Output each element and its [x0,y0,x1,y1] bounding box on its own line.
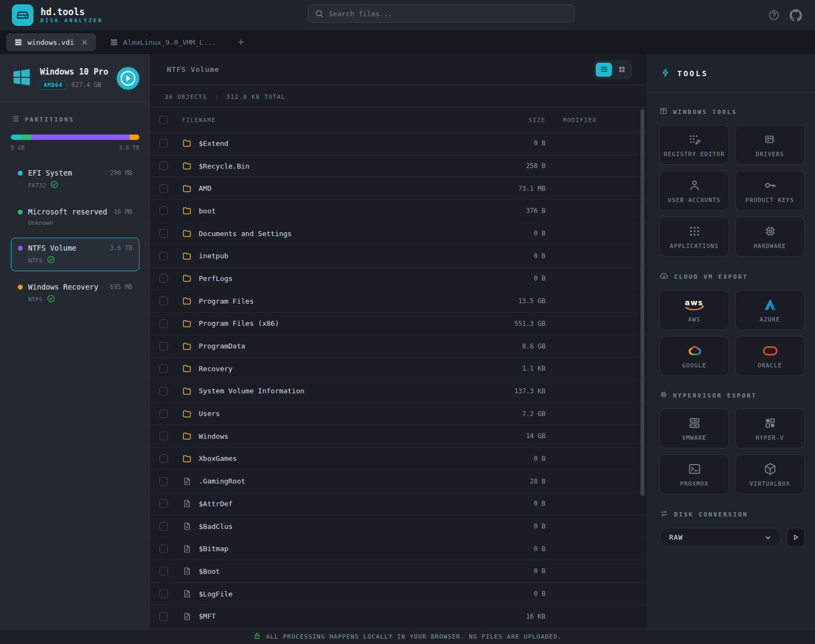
row-checkbox[interactable] [159,162,168,170]
tool-button-applications[interactable]: APPLICATIONS [659,217,729,257]
grid-view-button[interactable] [614,63,630,77]
file-name: System Volume Information [199,387,483,395]
column-filename: FILENAME [182,117,483,123]
help-icon[interactable] [768,9,780,21]
file-row-program-files-x86[interactable]: Program Files (x86) 551.3 GB [151,313,646,336]
tool-button-product-keys[interactable]: PRODUCT KEYS [735,171,805,211]
privacy-footer: ALL PROCESSING HAPPENS LOCALLY IN YOUR B… [0,629,815,644]
row-checkbox[interactable] [159,612,168,621]
partition-item-windows-recovery[interactable]: Windows Recovery 695 MB NTFS [11,277,139,310]
partitions-header: PARTITIONS [11,115,139,125]
file-row-bitmap[interactable]: $Bitmap 0 B [151,538,646,560]
file-row-gamingroot[interactable]: .GamingRoot 28 B [151,470,646,493]
volume-title: NTFS Volume [167,65,219,73]
file-size: 7.2 GB [483,410,545,418]
tab-almalinux-9-0-vmm-l[interactable]: AlmaLinux_9.0_VMM_L... [102,33,224,51]
partition-item-efi-system[interactable]: EFI System 200 MB FAT32 [11,163,139,196]
file-name: $AttrDef [199,500,483,508]
tool-button-hyper-v[interactable]: HYPER-V [735,408,805,448]
file-row-amd[interactable]: AMD 73.1 MB [151,177,646,200]
row-checkbox[interactable] [159,410,168,418]
tool-button-label: GOOGLE [682,362,706,368]
tool-button-virtualbox[interactable]: VIRTUALBOX [735,454,805,494]
file-row-logfile[interactable]: $LogFile 0 B [151,583,646,606]
partition-item-microsoft-reserved[interactable]: Microsoft reserved 16 MB Unknown [11,202,139,232]
file-row-attrdef[interactable]: $AttrDef 0 B [151,493,646,515]
tool-button-hardware[interactable]: HARDWARE [735,217,805,257]
chipsm-icon [659,391,668,400]
boot-vm-button[interactable] [117,67,139,90]
file-row-recovery[interactable]: Recovery 1.1 KB [151,358,646,380]
tab-windows-vdi[interactable]: windows.vdi [6,33,96,51]
row-checkbox[interactable] [159,567,168,575]
tool-button-label: USER ACCOUNTS [668,197,721,203]
file-size: 258 B [483,162,545,170]
file-row-inetpub[interactable]: inetpub 0 B [151,245,646,267]
convert-run-button[interactable] [787,528,805,547]
tool-button-user-accounts[interactable]: USER ACCOUNTS [659,171,729,211]
file-row-recycle-bin[interactable]: $Recycle.Bin 258 B [151,155,646,178]
tool-button-vmware[interactable]: VMWARE [659,408,729,448]
partition-name: EFI System [28,169,72,177]
tool-button-aws[interactable]: aws AWS [659,290,729,330]
row-checkbox[interactable] [159,342,168,351]
file-row-badclus[interactable]: $BadClus 0 B [151,515,646,538]
row-checkbox[interactable] [159,319,168,328]
search-bar[interactable] [308,4,575,23]
row-checkbox[interactable] [159,522,168,531]
file-row-boot[interactable]: $Boot 0 B [151,560,646,583]
drivers-icon [764,132,777,146]
row-checkbox[interactable] [159,545,168,553]
row-checkbox[interactable] [159,274,168,283]
row-checkbox[interactable] [159,432,168,440]
file-row-extend[interactable]: $Extend 0 B [151,132,646,155]
search-input[interactable] [329,10,568,18]
folder-icon [182,431,192,441]
row-checkbox[interactable] [159,229,168,238]
file-list-scrollbar[interactable] [641,109,644,496]
tool-button-proxmox[interactable]: PROXMOX [659,454,729,494]
file-row-documents-and-settings[interactable]: Documents and Settings 0 B [151,223,646,245]
file-row-perflogs[interactable]: PerfLogs 0 B [151,267,646,290]
tool-button-azure[interactable]: AZURE [735,290,805,330]
new-tab-button[interactable] [237,38,245,46]
folder-icon [182,161,192,171]
file-row-system-volume-information[interactable]: System Volume Information 137.3 KB [151,380,646,403]
folder-icon [182,454,192,464]
file-row-program-files[interactable]: Program Files 13.5 GB [151,290,646,313]
row-checkbox[interactable] [159,297,168,305]
row-checkbox[interactable] [159,252,168,260]
tool-button-oracle[interactable]: ORACLE [735,336,805,376]
partition-item-ntfs-volume[interactable]: NTFS Volume 3.6 TB NTFS [11,238,139,271]
file-row-programdata[interactable]: ProgramData 8.6 GB [151,335,646,358]
file-row-windows[interactable]: Windows 14 GB [151,425,646,448]
list-view-button[interactable] [596,63,612,77]
oracle-icon [762,344,778,358]
file-row-mft[interactable]: $MFT 16 KB [151,605,646,628]
select-all-checkbox[interactable] [159,116,168,124]
file-row-xboxgames[interactable]: XboxGames 0 B [151,448,646,471]
tool-button-label: AWS [688,316,701,323]
row-checkbox[interactable] [159,589,168,598]
tab-close-icon[interactable] [81,39,88,46]
row-checkbox[interactable] [159,499,168,508]
folder-icon [182,341,192,351]
partition-bar-segment [31,135,130,140]
row-checkbox[interactable] [159,477,168,486]
tool-button-registry-editor[interactable]: REGISTRY EDITOR [659,125,729,165]
row-checkbox[interactable] [159,206,168,215]
file-row-boot[interactable]: boot 376 B [151,200,646,223]
format-select[interactable]: RAW [659,528,782,547]
file-size: 8.6 GB [483,343,545,350]
row-checkbox[interactable] [159,364,168,373]
file-row-users[interactable]: Users 7.2 GB [151,403,646,425]
github-icon[interactable] [790,9,802,22]
app-title: hd.tools [41,7,103,18]
row-checkbox[interactable] [159,139,168,147]
tool-button-drivers[interactable]: DRIVERS [735,125,805,165]
row-checkbox[interactable] [159,454,168,463]
section-windows-tools: WINDOWS TOOLS REGISTRY EDITOR DRIVERS US… [659,107,805,257]
row-checkbox[interactable] [159,184,168,193]
tool-button-google[interactable]: GOOGLE [659,336,729,376]
row-checkbox[interactable] [159,387,168,395]
